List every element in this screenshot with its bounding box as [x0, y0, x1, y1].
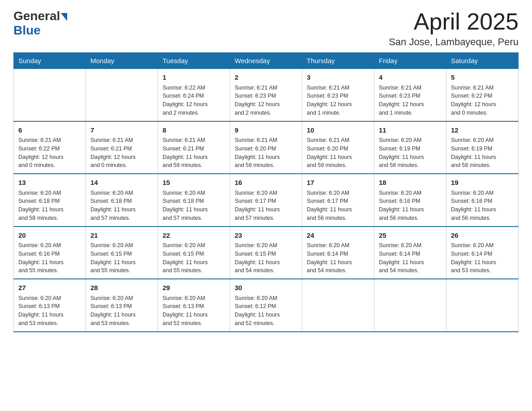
day-info: Sunrise: 6:20 AM Sunset: 6:18 PM Dayligh… [163, 189, 225, 223]
calendar-cell: 9Sunrise: 6:21 AM Sunset: 6:20 PM Daylig… [230, 121, 302, 174]
day-number: 7 [90, 125, 153, 136]
calendar-cell: 12Sunrise: 6:20 AM Sunset: 6:19 PM Dayli… [446, 121, 519, 174]
day-number: 8 [163, 125, 225, 136]
day-number: 12 [451, 125, 514, 136]
calendar-cell: 16Sunrise: 6:20 AM Sunset: 6:17 PM Dayli… [230, 174, 302, 227]
calendar-cell: 19Sunrise: 6:20 AM Sunset: 6:16 PM Dayli… [446, 174, 519, 227]
day-number: 5 [451, 73, 514, 83]
calendar-cell: 15Sunrise: 6:20 AM Sunset: 6:18 PM Dayli… [158, 174, 230, 227]
day-number: 23 [235, 231, 297, 241]
calendar-cell: 1Sunrise: 6:22 AM Sunset: 6:24 PM Daylig… [158, 68, 230, 121]
day-number: 10 [307, 125, 369, 136]
calendar-cell: 5Sunrise: 6:21 AM Sunset: 6:22 PM Daylig… [446, 68, 519, 121]
calendar-cell [14, 68, 86, 121]
calendar-table: SundayMondayTuesdayWednesdayThursdayFrid… [13, 52, 519, 332]
calendar-cell: 17Sunrise: 6:20 AM Sunset: 6:17 PM Dayli… [302, 174, 374, 227]
day-info: Sunrise: 6:20 AM Sunset: 6:16 PM Dayligh… [379, 189, 442, 223]
calendar-cell [446, 279, 519, 332]
calendar-cell: 4Sunrise: 6:21 AM Sunset: 6:23 PM Daylig… [374, 68, 446, 121]
day-info: Sunrise: 6:20 AM Sunset: 6:15 PM Dayligh… [235, 241, 297, 275]
month-year-title: April 2025 [389, 9, 519, 34]
calendar-cell: 26Sunrise: 6:20 AM Sunset: 6:14 PM Dayli… [446, 227, 519, 279]
day-info: Sunrise: 6:20 AM Sunset: 6:16 PM Dayligh… [451, 189, 514, 223]
day-number: 28 [90, 283, 153, 293]
calendar-cell: 18Sunrise: 6:20 AM Sunset: 6:16 PM Dayli… [374, 174, 446, 227]
weekday-header-saturday: Saturday [446, 53, 519, 68]
day-info: Sunrise: 6:20 AM Sunset: 6:15 PM Dayligh… [163, 241, 225, 275]
calendar-cell: 22Sunrise: 6:20 AM Sunset: 6:15 PM Dayli… [158, 227, 230, 279]
calendar-cell [302, 279, 374, 332]
logo-general-text: General [13, 9, 60, 23]
location-subtitle: San Jose, Lambayeque, Peru [389, 36, 519, 48]
day-number: 1 [163, 73, 225, 83]
logo-blue-text: Blue [13, 23, 41, 37]
calendar-cell [86, 68, 158, 121]
day-number: 17 [307, 178, 369, 188]
day-number: 26 [451, 231, 514, 241]
calendar-cell: 20Sunrise: 6:20 AM Sunset: 6:16 PM Dayli… [14, 227, 86, 279]
title-block: April 2025 San Jose, Lambayeque, Peru [389, 9, 519, 48]
day-number: 18 [379, 178, 442, 188]
calendar-cell: 21Sunrise: 6:20 AM Sunset: 6:15 PM Dayli… [86, 227, 158, 279]
day-info: Sunrise: 6:20 AM Sunset: 6:17 PM Dayligh… [307, 189, 369, 223]
day-info: Sunrise: 6:20 AM Sunset: 6:13 PM Dayligh… [90, 294, 153, 328]
day-info: Sunrise: 6:21 AM Sunset: 6:22 PM Dayligh… [451, 84, 514, 117]
calendar-cell: 2Sunrise: 6:21 AM Sunset: 6:23 PM Daylig… [230, 68, 302, 121]
logo-arrow-icon [61, 13, 67, 21]
calendar-week-row: 1Sunrise: 6:22 AM Sunset: 6:24 PM Daylig… [14, 68, 519, 121]
day-number: 16 [235, 178, 297, 188]
day-number: 15 [163, 178, 225, 188]
calendar-cell: 28Sunrise: 6:20 AM Sunset: 6:13 PM Dayli… [86, 279, 158, 332]
calendar-cell: 30Sunrise: 6:20 AM Sunset: 6:12 PM Dayli… [230, 279, 302, 332]
day-number: 6 [18, 125, 81, 136]
calendar-cell: 23Sunrise: 6:20 AM Sunset: 6:15 PM Dayli… [230, 227, 302, 279]
calendar-cell: 29Sunrise: 6:20 AM Sunset: 6:13 PM Dayli… [158, 279, 230, 332]
day-info: Sunrise: 6:20 AM Sunset: 6:17 PM Dayligh… [235, 189, 297, 223]
day-info: Sunrise: 6:20 AM Sunset: 6:13 PM Dayligh… [163, 294, 225, 328]
calendar-cell [374, 279, 446, 332]
day-info: Sunrise: 6:20 AM Sunset: 6:18 PM Dayligh… [18, 189, 81, 223]
day-number: 25 [379, 231, 442, 241]
day-info: Sunrise: 6:21 AM Sunset: 6:23 PM Dayligh… [235, 84, 297, 117]
day-info: Sunrise: 6:20 AM Sunset: 6:19 PM Dayligh… [451, 136, 514, 170]
calendar-cell: 24Sunrise: 6:20 AM Sunset: 6:14 PM Dayli… [302, 227, 374, 279]
weekday-header-wednesday: Wednesday [230, 53, 302, 68]
day-number: 14 [90, 178, 153, 188]
calendar-cell: 25Sunrise: 6:20 AM Sunset: 6:14 PM Dayli… [374, 227, 446, 279]
day-number: 11 [379, 125, 442, 136]
weekday-header-friday: Friday [374, 53, 446, 68]
calendar-cell: 6Sunrise: 6:21 AM Sunset: 6:22 PM Daylig… [14, 121, 86, 174]
calendar-cell: 27Sunrise: 6:20 AM Sunset: 6:13 PM Dayli… [14, 279, 86, 332]
day-info: Sunrise: 6:20 AM Sunset: 6:13 PM Dayligh… [18, 294, 81, 328]
calendar-week-row: 20Sunrise: 6:20 AM Sunset: 6:16 PM Dayli… [14, 227, 519, 279]
day-info: Sunrise: 6:20 AM Sunset: 6:14 PM Dayligh… [379, 241, 442, 275]
day-info: Sunrise: 6:20 AM Sunset: 6:15 PM Dayligh… [90, 241, 153, 275]
weekday-header-sunday: Sunday [14, 53, 86, 68]
day-number: 29 [163, 283, 225, 293]
calendar-week-row: 6Sunrise: 6:21 AM Sunset: 6:22 PM Daylig… [14, 121, 519, 174]
day-info: Sunrise: 6:20 AM Sunset: 6:14 PM Dayligh… [451, 241, 514, 275]
day-info: Sunrise: 6:21 AM Sunset: 6:20 PM Dayligh… [307, 136, 369, 170]
day-info: Sunrise: 6:21 AM Sunset: 6:20 PM Dayligh… [235, 136, 297, 170]
day-info: Sunrise: 6:21 AM Sunset: 6:21 PM Dayligh… [90, 136, 153, 170]
calendar-cell: 13Sunrise: 6:20 AM Sunset: 6:18 PM Dayli… [14, 174, 86, 227]
weekday-header-monday: Monday [86, 53, 158, 68]
day-number: 19 [451, 178, 514, 188]
calendar-cell: 11Sunrise: 6:20 AM Sunset: 6:19 PM Dayli… [374, 121, 446, 174]
page-header: General Blue April 2025 San Jose, Lambay… [13, 9, 519, 48]
day-number: 4 [379, 73, 442, 83]
calendar-cell: 14Sunrise: 6:20 AM Sunset: 6:18 PM Dayli… [86, 174, 158, 227]
weekday-header-thursday: Thursday [302, 53, 374, 68]
day-info: Sunrise: 6:20 AM Sunset: 6:18 PM Dayligh… [90, 189, 153, 223]
day-number: 30 [235, 283, 297, 293]
calendar-cell: 10Sunrise: 6:21 AM Sunset: 6:20 PM Dayli… [302, 121, 374, 174]
weekday-header-row: SundayMondayTuesdayWednesdayThursdayFrid… [14, 53, 519, 68]
day-number: 22 [163, 231, 225, 241]
weekday-header-tuesday: Tuesday [158, 53, 230, 68]
calendar-cell: 7Sunrise: 6:21 AM Sunset: 6:21 PM Daylig… [86, 121, 158, 174]
day-info: Sunrise: 6:20 AM Sunset: 6:14 PM Dayligh… [307, 241, 369, 275]
day-number: 21 [90, 231, 153, 241]
day-number: 9 [235, 125, 297, 136]
day-info: Sunrise: 6:22 AM Sunset: 6:24 PM Dayligh… [163, 84, 225, 117]
day-info: Sunrise: 6:21 AM Sunset: 6:21 PM Dayligh… [163, 136, 225, 170]
